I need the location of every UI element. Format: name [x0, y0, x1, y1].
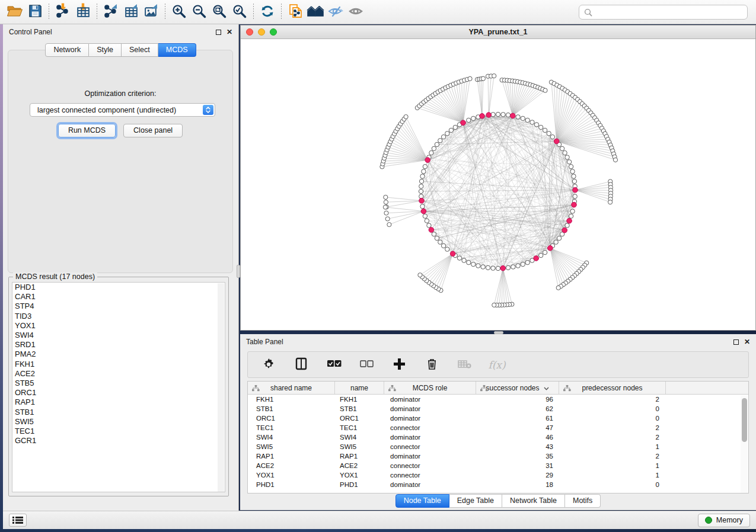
mcds-hub-node[interactable] [429, 227, 434, 233]
network-node[interactable] [462, 258, 466, 262]
network-node[interactable] [570, 169, 575, 174]
network-node[interactable] [569, 214, 573, 218]
mcds-hub-node[interactable] [461, 120, 466, 126]
network-node[interactable] [543, 250, 547, 254]
network-node[interactable] [404, 115, 408, 119]
network-node[interactable] [457, 256, 461, 260]
network-node[interactable] [423, 165, 427, 169]
network-node[interactable] [384, 211, 388, 215]
network-node[interactable] [420, 204, 425, 209]
network-node[interactable] [420, 174, 425, 178]
network-node[interactable] [432, 232, 436, 236]
mcds-hub-node[interactable] [554, 139, 559, 144]
node-table[interactable]: shared namenameMCDS rolesuccessor nodesp… [247, 381, 749, 493]
column-header-predecessor-nodes[interactable]: predecessor nodes [559, 382, 666, 394]
mcds-result-item[interactable]: STB5 [12, 379, 225, 388]
network-node[interactable] [476, 264, 480, 268]
table-row[interactable]: ACE2ACE2connector311 [248, 461, 748, 470]
mcds-hub-node[interactable] [486, 113, 492, 118]
network-node[interactable] [539, 253, 543, 257]
network-node[interactable] [506, 113, 510, 117]
close-panel-icon[interactable]: ✕ [227, 28, 232, 36]
add-row-button[interactable] [389, 358, 409, 372]
network-node[interactable] [496, 266, 500, 270]
table-row[interactable]: YOX1YOX1connector291 [248, 470, 748, 480]
table-scrollbar[interactable] [741, 395, 748, 493]
export-network-button[interactable] [101, 2, 121, 21]
tab-edge-table[interactable]: Edge Table [449, 494, 502, 508]
mcds-result-item[interactable]: STB1 [12, 408, 225, 417]
column-header-successor-nodes[interactable]: successor nodes [476, 382, 559, 394]
mcds-result-item[interactable]: GCR1 [12, 436, 225, 446]
network-canvas[interactable] [241, 39, 755, 330]
clone-network-button[interactable] [285, 2, 305, 21]
mcds-hub-node[interactable] [421, 209, 426, 214]
network-node[interactable] [419, 184, 423, 188]
close-table-panel-icon[interactable]: ✕ [744, 338, 750, 345]
network-node[interactable] [496, 112, 500, 116]
mcds-result-item[interactable]: TID3 [12, 312, 225, 321]
network-node[interactable] [492, 303, 496, 307]
zoom-selected-button[interactable] [229, 2, 250, 21]
mcds-hub-node[interactable] [425, 158, 430, 163]
mcds-hub-node[interactable] [480, 114, 485, 119]
network-node[interactable] [425, 219, 429, 223]
mcds-hub-node[interactable] [511, 113, 516, 118]
vertical-splitter-handle[interactable] [237, 265, 240, 278]
network-node[interactable] [569, 165, 573, 169]
mcds-hub-node[interactable] [572, 202, 577, 207]
network-node[interactable] [387, 223, 391, 227]
import-table-button[interactable] [73, 2, 93, 21]
mcds-result-item[interactable]: RAP1 [12, 398, 225, 407]
network-node[interactable] [557, 236, 561, 240]
network-node[interactable] [530, 120, 534, 124]
mcds-result-item[interactable]: PMA2 [12, 350, 225, 359]
network-node[interactable] [471, 262, 476, 266]
network-node[interactable] [563, 150, 567, 155]
column-header-shared-name[interactable]: shared name [248, 382, 335, 394]
mcds-result-item[interactable]: ACE2 [12, 369, 225, 379]
network-node[interactable] [516, 115, 520, 119]
network-node[interactable] [543, 88, 547, 92]
zoom-in-button[interactable] [169, 2, 189, 21]
network-node[interactable] [567, 160, 571, 164]
network-node[interactable] [554, 240, 558, 244]
network-node[interactable] [613, 158, 617, 162]
network-node[interactable] [492, 74, 496, 78]
tab-select[interactable]: Select [122, 43, 158, 57]
network-node[interactable] [521, 262, 525, 266]
network-node[interactable] [525, 260, 529, 264]
mcds-result-item[interactable]: CAR1 [12, 292, 225, 302]
mcds-result-item[interactable]: SWI4 [12, 331, 225, 340]
column-header-name[interactable]: name [335, 382, 384, 394]
show-all-button[interactable] [346, 2, 366, 21]
mcds-hub-node[interactable] [548, 246, 553, 251]
toggle-columns-button[interactable] [291, 358, 311, 372]
refresh-button[interactable] [257, 2, 277, 21]
network-node[interactable] [521, 116, 525, 120]
network-node[interactable] [435, 142, 439, 146]
network-node[interactable] [435, 236, 439, 240]
network-node[interactable] [543, 128, 547, 132]
network-node[interactable] [422, 169, 426, 174]
network-node[interactable] [468, 76, 472, 81]
network-node[interactable] [438, 139, 442, 143]
table-row[interactable]: FKH1FKH1dominator962 [248, 395, 748, 404]
network-node[interactable] [384, 195, 388, 199]
network-node[interactable] [539, 125, 543, 129]
network-node[interactable] [525, 118, 529, 122]
network-node[interactable] [385, 217, 390, 221]
mcds-result-item[interactable]: SRD1 [12, 340, 225, 350]
table-row[interactable]: PHD1PHD1dominator180 [248, 480, 748, 489]
network-node[interactable] [445, 247, 449, 251]
table-row[interactable]: RAP1RAP1dominator352 [248, 451, 748, 461]
close-panel-button[interactable]: Close panel [123, 124, 183, 137]
network-node[interactable] [432, 146, 436, 150]
tab-motifs[interactable]: Motifs [565, 494, 601, 508]
table-row[interactable]: SWI5SWI5connector431 [248, 442, 748, 451]
search-box[interactable] [579, 5, 748, 20]
settings-button[interactable] [259, 358, 279, 372]
table-row[interactable]: SWI4SWI4dominator462 [248, 432, 748, 442]
table-scrollbar-thumb[interactable] [742, 398, 747, 442]
mcds-hub-node[interactable] [534, 256, 539, 261]
